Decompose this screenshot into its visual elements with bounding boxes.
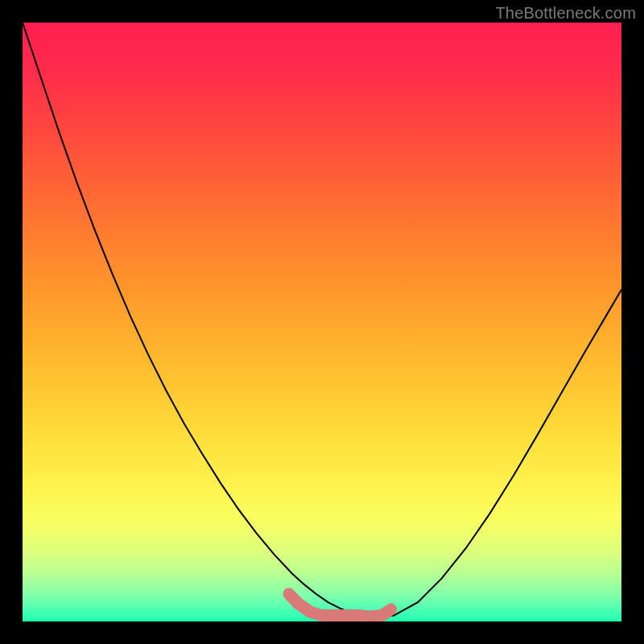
chart-frame: TheBottleneck.com — [0, 0, 644, 644]
watermark-text: TheBottleneck.com — [495, 4, 636, 23]
plot-background — [23, 23, 621, 621]
plot-svg — [23, 23, 621, 621]
